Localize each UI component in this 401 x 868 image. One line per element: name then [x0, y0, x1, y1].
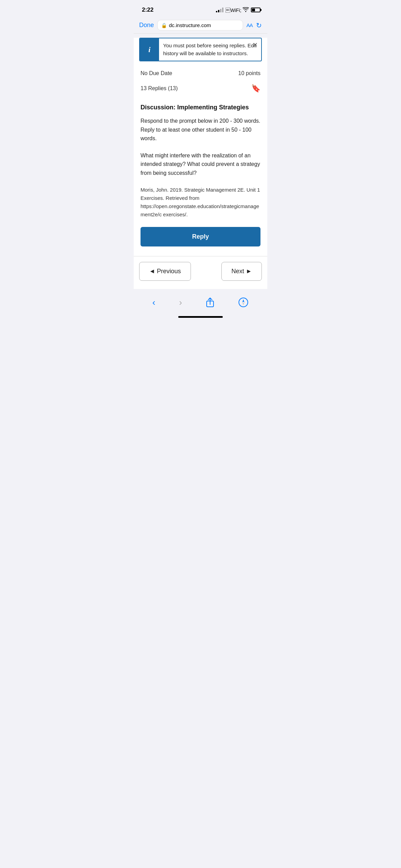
svg-point-2 — [239, 298, 248, 307]
browser-bar: Done 🔒 dc.instructure.com AA ↻ — [134, 17, 267, 34]
previous-button[interactable]: ◄ Previous — [139, 262, 191, 281]
battery-icon — [251, 8, 260, 12]
signal-icon — [216, 8, 223, 12]
discussion-citation: Moris, John. 2019. Strategic Management … — [141, 186, 260, 219]
compass-button[interactable] — [237, 296, 250, 309]
back-arrow-icon: ‹ — [153, 297, 156, 308]
info-icon: i — [148, 45, 150, 54]
discussion-title: Discussion: Implementing Strategies — [141, 104, 260, 111]
close-icon[interactable]: ✕ — [253, 41, 258, 49]
back-button[interactable]: ‹ — [151, 296, 157, 309]
url-bar[interactable]: 🔒 dc.instructure.com — [157, 20, 243, 31]
info-text: You must post before seeing replies. Edi… — [163, 42, 257, 57]
reload-button[interactable]: ↻ — [256, 21, 262, 29]
status-time: 2:22 — [142, 7, 154, 13]
bottom-toolbar: ‹ › — [134, 292, 267, 313]
discussion-instructions: Respond to the prompt below in 200 - 300… — [141, 117, 260, 143]
status-bar: 2:22 WiFi; — [134, 0, 267, 17]
svg-marker-3 — [242, 299, 244, 302]
bookmark-icon[interactable]: 🔖 — [251, 84, 260, 93]
forward-arrow-icon: › — [179, 297, 182, 308]
divider — [134, 256, 267, 256]
replies-row: 13 Replies (13) 🔖 — [134, 81, 267, 98]
reply-button[interactable]: Reply — [141, 227, 260, 246]
info-icon-box: i — [140, 38, 159, 61]
bottom-area: ‹ › — [134, 289, 267, 318]
status-icons: WiFi; — [216, 7, 260, 13]
compass-icon — [238, 297, 248, 308]
nav-buttons: ◄ Previous Next ► — [134, 262, 267, 289]
svg-marker-4 — [242, 302, 244, 305]
forward-button[interactable]: › — [178, 296, 183, 309]
share-button[interactable] — [204, 296, 216, 309]
home-indicator — [178, 316, 223, 318]
info-banner: i You must post before seeing replies. E… — [139, 38, 262, 61]
text-size-button[interactable]: AA — [246, 22, 253, 28]
lock-icon: 🔒 — [161, 23, 167, 28]
discussion-prompt: What might interfere with the realizatio… — [141, 151, 260, 178]
wifi-icon: WiFi; — [226, 7, 249, 13]
points: 10 points — [238, 70, 260, 76]
due-date: No Due Date — [141, 70, 172, 76]
url-text: dc.instructure.com — [169, 22, 211, 28]
main-content: i You must post before seeing replies. E… — [134, 38, 267, 289]
done-button[interactable]: Done — [139, 22, 154, 29]
next-button[interactable]: Next ► — [221, 262, 262, 281]
meta-row: No Due Date 10 points — [134, 65, 267, 81]
share-icon — [206, 297, 215, 308]
info-text-box: You must post before seeing replies. Edi… — [159, 38, 261, 61]
replies-count: 13 Replies (13) — [141, 85, 178, 92]
discussion-content: Discussion: Implementing Strategies Resp… — [134, 98, 267, 256]
